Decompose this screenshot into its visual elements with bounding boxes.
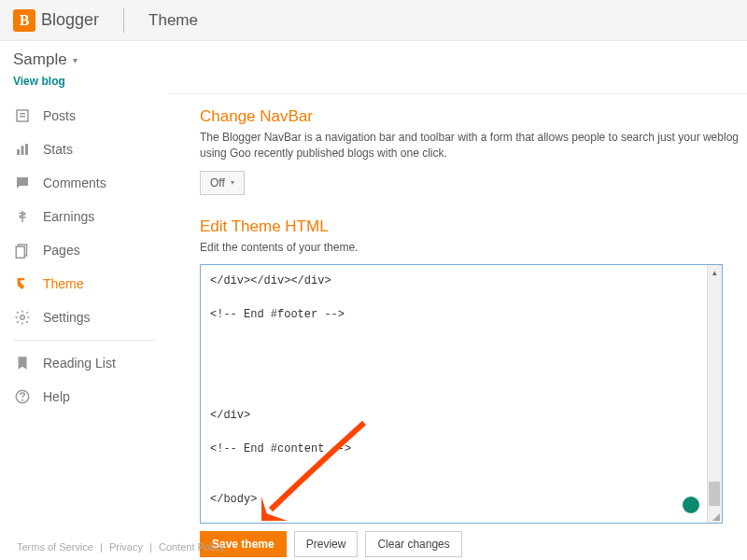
top-bar: B Blogger Theme <box>0 0 747 41</box>
resize-handle-icon[interactable] <box>712 513 720 521</box>
svg-point-9 <box>21 315 25 320</box>
content-policy-link[interactable]: Content Policy <box>155 541 229 553</box>
svg-rect-4 <box>21 146 24 155</box>
view-blog-link[interactable]: View blog <box>13 75 734 88</box>
theme-icon <box>13 275 32 292</box>
sidebar-item-comments[interactable]: Comments <box>0 166 168 200</box>
sidebar-item-help[interactable]: Help <box>0 380 168 413</box>
clear-changes-button[interactable]: Clear changes <box>365 531 461 557</box>
sidebar-item-label: Comments <box>43 175 155 190</box>
divider <box>123 8 124 33</box>
subheader: Sample View blog <box>0 41 747 93</box>
edit-theme-html-desc: Edit the contents of your theme. <box>200 240 741 256</box>
preview-button[interactable]: Preview <box>294 531 359 557</box>
blog-selector-dropdown[interactable]: Sample <box>13 50 78 69</box>
svg-point-11 <box>22 399 23 400</box>
edit-theme-html-title: Edit Theme HTML <box>200 217 747 236</box>
sidebar-item-posts[interactable]: Posts <box>0 99 168 133</box>
svg-rect-7 <box>16 246 24 258</box>
editor-content[interactable]: </div></div></div> <!-- End #footer --> … <box>201 265 722 524</box>
stats-icon <box>13 141 32 158</box>
svg-rect-3 <box>17 149 20 155</box>
sidebar-item-label: Theme <box>43 276 155 291</box>
sidebar-item-label: Settings <box>43 310 155 325</box>
page-title: Theme <box>148 11 198 30</box>
sidebar-item-label: Pages <box>43 243 155 258</box>
sidebar-item-label: Reading List <box>43 356 155 371</box>
sidebar-item-label: Help <box>43 389 155 404</box>
privacy-link[interactable]: Privacy <box>106 541 147 553</box>
main-content: Change NavBar The Blogger NavBar is a na… <box>168 93 747 557</box>
editor-buttons: Save theme Preview Clear changes <box>200 531 747 557</box>
comments-icon <box>13 175 32 191</box>
divider <box>13 340 155 341</box>
posts-icon <box>13 107 32 124</box>
help-icon <box>13 388 32 405</box>
sidebar-item-earnings[interactable]: Earnings <box>0 200 168 233</box>
navbar-toggle-dropdown[interactable]: Off <box>200 171 245 195</box>
sidebar-item-stats[interactable]: Stats <box>0 133 168 166</box>
pages-icon <box>13 242 32 259</box>
svg-rect-5 <box>25 144 28 155</box>
scroll-thumb[interactable] <box>709 482 720 506</box>
sidebar-item-label: Earnings <box>43 209 155 224</box>
terms-link[interactable]: Terms of Service <box>13 541 97 553</box>
blogger-logo-icon: B <box>13 9 35 32</box>
sidebar: Posts Stats Comments Earnings Pages Them… <box>0 93 168 557</box>
editor-scrollbar[interactable]: ▴ <box>707 265 722 523</box>
sidebar-item-reading-list[interactable]: Reading List <box>0 346 168 380</box>
change-navbar-desc: The Blogger NavBar is a navigation bar a… <box>200 130 741 161</box>
scroll-up-icon[interactable]: ▴ <box>707 265 722 280</box>
brand-name: Blogger <box>41 10 99 30</box>
sidebar-item-label: Posts <box>43 108 155 123</box>
bookmark-icon <box>13 355 32 371</box>
footer-links: Terms of Service | Privacy | Content Pol… <box>13 541 229 553</box>
gear-icon <box>13 309 32 326</box>
sidebar-item-pages[interactable]: Pages <box>0 233 168 267</box>
sidebar-item-theme[interactable]: Theme <box>0 267 168 301</box>
change-navbar-title: Change NavBar <box>200 107 747 126</box>
svg-rect-8 <box>18 278 25 280</box>
sidebar-item-label: Stats <box>43 142 155 157</box>
html-editor[interactable]: </div></div></div> <!-- End #footer --> … <box>200 264 723 524</box>
earnings-icon <box>13 208 32 225</box>
sidebar-item-settings[interactable]: Settings <box>0 301 168 334</box>
